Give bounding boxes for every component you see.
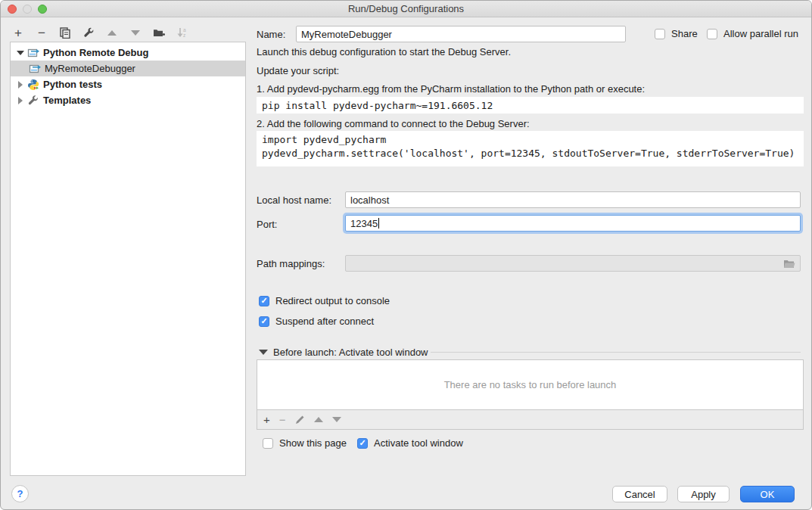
remove-configuration-button[interactable]: − bbox=[35, 26, 48, 39]
before-launch-title: Before launch: Activate tool window bbox=[273, 347, 428, 358]
move-up-button bbox=[105, 26, 119, 39]
share-label: Share bbox=[671, 28, 698, 39]
folder-plus-icon bbox=[153, 27, 165, 38]
suspend-after-connect-label: Suspend after connect bbox=[275, 316, 374, 327]
suspend-after-connect-option[interactable]: Suspend after connect bbox=[259, 316, 374, 327]
show-this-page-option[interactable]: Show this page bbox=[263, 437, 347, 449]
tree-item-label: Python tests bbox=[43, 79, 102, 90]
window-title: Run/Debug Configurations bbox=[1, 3, 811, 14]
title-bar: Run/Debug Configurations bbox=[1, 1, 811, 17]
move-task-down-icon bbox=[332, 417, 341, 422]
step-2-text: 2. Add the following command to connect … bbox=[257, 118, 530, 129]
expander-open-icon[interactable] bbox=[15, 51, 26, 55]
apply-button[interactable]: Apply bbox=[677, 486, 730, 502]
tree-item-label: Python Remote Debug bbox=[43, 47, 148, 58]
path-mappings-input bbox=[345, 255, 801, 272]
remote-debug-icon bbox=[27, 47, 39, 59]
add-configuration-button[interactable]: + bbox=[11, 26, 25, 39]
wrench-icon bbox=[27, 95, 39, 107]
remote-debug-icon bbox=[29, 63, 41, 75]
redirect-output-checkbox[interactable] bbox=[259, 296, 269, 306]
new-folder-button[interactable] bbox=[152, 26, 166, 39]
tree-item-label: Templates bbox=[43, 95, 91, 106]
arrow-up-icon bbox=[107, 30, 117, 36]
section-collapse-icon[interactable] bbox=[259, 350, 268, 355]
show-this-page-label: Show this page bbox=[279, 437, 347, 449]
copy-configuration-button[interactable] bbox=[58, 26, 72, 39]
cancel-button[interactable]: Cancel bbox=[612, 486, 667, 502]
name-input[interactable]: MyRemoteDebugger bbox=[296, 26, 626, 42]
local-host-name-label: Local host name: bbox=[257, 194, 331, 206]
configurations-toolbar: + − bbox=[11, 24, 189, 41]
wrench-icon bbox=[83, 27, 95, 39]
step-1-text: 1. Add pydevd-pycharm.egg from the PyCha… bbox=[257, 83, 645, 95]
minus-icon: − bbox=[38, 26, 45, 39]
activate-tool-window-label: Activate tool window bbox=[374, 437, 463, 449]
ok-button[interactable]: OK bbox=[740, 486, 795, 502]
copy-icon bbox=[60, 27, 71, 39]
allow-parallel-run-label: Allow parallel run bbox=[723, 28, 798, 39]
section-divider bbox=[431, 352, 801, 353]
add-task-button[interactable]: + bbox=[263, 414, 270, 425]
task-list-toolbar: + − bbox=[257, 410, 804, 430]
tree-item-python-remote-debug[interactable]: Python Remote Debug bbox=[11, 45, 245, 61]
share-checkbox[interactable] bbox=[655, 29, 665, 39]
intro-line-2: Update your script: bbox=[257, 65, 339, 76]
browse-folder-icon[interactable] bbox=[783, 259, 795, 269]
empty-tasks-text: There are no tasks to run before launch bbox=[444, 379, 617, 390]
configurations-tree: Python Remote Debug MyRemoteDebugger Pyt… bbox=[10, 42, 246, 476]
run-debug-configurations-dialog: Run/Debug Configurations + − bbox=[0, 0, 812, 510]
move-down-button bbox=[129, 26, 142, 39]
local-host-name-input[interactable]: localhost bbox=[345, 191, 801, 208]
allow-parallel-run-option[interactable]: Allow parallel run bbox=[707, 28, 798, 39]
text-caret bbox=[378, 218, 379, 229]
expander-closed-icon[interactable] bbox=[15, 97, 26, 104]
arrow-down-icon bbox=[131, 30, 140, 36]
svg-text:a: a bbox=[183, 27, 186, 33]
path-mappings-label: Path mappings: bbox=[257, 258, 325, 269]
python-tests-icon bbox=[27, 79, 39, 91]
sort-configurations-button: a z bbox=[176, 26, 189, 39]
remove-task-button: − bbox=[279, 414, 286, 425]
tree-item-label: MyRemoteDebugger bbox=[45, 63, 135, 74]
pip-install-code: pip install pydevd-pycharm~=191.6605.12 bbox=[257, 97, 804, 114]
port-label: Port: bbox=[257, 219, 277, 230]
expander-closed-icon[interactable] bbox=[15, 81, 26, 89]
activate-tool-window-option[interactable]: Activate tool window bbox=[357, 437, 463, 449]
port-input[interactable]: 12345 bbox=[345, 215, 801, 232]
before-launch-header[interactable]: Before launch: Activate tool window bbox=[259, 347, 428, 358]
settrace-code: import pydevd_pycharm pydevd_pycharm.set… bbox=[257, 131, 804, 166]
edit-defaults-button[interactable] bbox=[82, 26, 95, 39]
allow-parallel-run-checkbox[interactable] bbox=[707, 29, 717, 39]
suspend-after-connect-checkbox[interactable] bbox=[259, 316, 269, 327]
tree-item-python-tests[interactable]: Python tests bbox=[11, 76, 245, 92]
redirect-output-option[interactable]: Redirect output to console bbox=[259, 295, 390, 306]
activate-tool-window-checkbox[interactable] bbox=[357, 438, 368, 449]
intro-line-1: Launch this debug configuration to start… bbox=[257, 46, 511, 58]
tree-item-templates[interactable]: Templates bbox=[11, 92, 245, 108]
share-option[interactable]: Share bbox=[655, 28, 698, 39]
sort-az-icon: a z bbox=[177, 27, 188, 39]
name-label: Name: bbox=[257, 29, 285, 40]
move-task-up-icon bbox=[314, 417, 323, 422]
show-this-page-checkbox[interactable] bbox=[263, 438, 273, 449]
before-launch-task-list[interactable]: There are no tasks to run before launch bbox=[257, 359, 804, 410]
help-button[interactable]: ? bbox=[11, 485, 29, 502]
plus-icon: + bbox=[14, 26, 22, 39]
edit-task-pencil-icon bbox=[295, 415, 305, 424]
svg-text:z: z bbox=[183, 33, 185, 38]
tree-item-myremotedebugger[interactable]: MyRemoteDebugger bbox=[11, 61, 245, 76]
redirect-output-label: Redirect output to console bbox=[275, 295, 390, 306]
